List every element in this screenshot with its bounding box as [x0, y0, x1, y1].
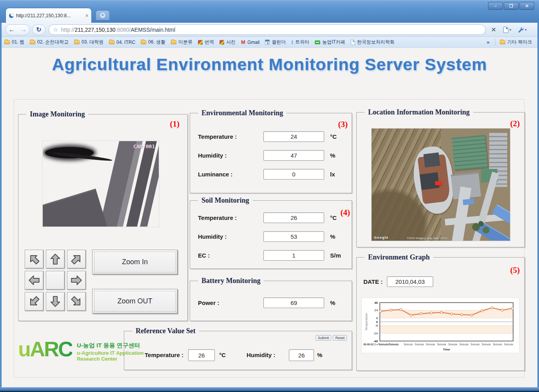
panel-legend: Reference Value Set: [132, 327, 199, 335]
camera-feed: CAM-001: [42, 140, 160, 227]
url-host: 211,227,150,130: [74, 27, 115, 33]
bookmark-item[interactable]: 06. 생활: [138, 39, 168, 45]
close-button[interactable]: ✕: [519, 2, 534, 10]
panel-legend: Battery Monitoring: [198, 277, 264, 285]
pan-north-west-button[interactable]: [25, 250, 44, 269]
svg-text:-40: -40: [373, 339, 378, 343]
svg-text:5minute: 5minute: [471, 343, 480, 346]
svg-text:5minute: 5minute: [459, 343, 469, 346]
bookmark-label: 한국정보처리학회: [357, 39, 395, 45]
bookmark-label: 02. 순천대학교: [37, 39, 69, 45]
google-photos-icon: [220, 40, 224, 45]
new-tab-button[interactable]: +: [96, 10, 110, 20]
window-controls: – ❐ ✕: [488, 2, 534, 10]
arrow-south-icon: [49, 295, 62, 308]
soil-humidity-input[interactable]: [263, 231, 324, 242]
satellite-map[interactable]: Google ©2010 Imagery, Map data ©2010: [371, 128, 510, 241]
environmental-monitoring-panel: Environmental Monitoring (3) Temperature…: [190, 113, 352, 193]
humidity-unit: %: [330, 152, 335, 159]
environment-graph-panel: Environment Graph (5) DATE : 402480-8-24…: [356, 257, 525, 371]
back-icon[interactable]: ←: [9, 26, 15, 33]
pan-south-west-button[interactable]: [25, 292, 44, 311]
bookmark-label: 06. 생활: [148, 39, 165, 45]
soil-temperature-input[interactable]: [263, 212, 324, 223]
submit-button[interactable]: Submit: [316, 335, 331, 341]
ref-humidity-unit: %: [317, 352, 322, 358]
bookmark-label: 사진: [226, 39, 236, 45]
uarc-logo-text: uARC: [18, 339, 72, 359]
pan-east-button[interactable]: [67, 271, 86, 290]
luminance-label: Luminance :: [198, 171, 232, 178]
pan-west-button[interactable]: [25, 271, 44, 290]
pan-north-button[interactable]: [46, 250, 65, 269]
maximize-button[interactable]: ❐: [504, 2, 519, 10]
zoom-out-button[interactable]: Zoom OUT: [92, 289, 178, 314]
map-copyright: ©2010 Imagery, Map data ©2010: [407, 237, 447, 240]
pan-north-east-button[interactable]: [67, 250, 86, 269]
browser-tab[interactable]: http://211,227,150,130:8... ×: [5, 8, 92, 23]
env-luminance-input[interactable]: [263, 169, 324, 180]
svg-text:40: 40: [374, 301, 378, 305]
bookmark-item[interactable]: 사진: [217, 39, 238, 45]
env-humidity-input[interactable]: [263, 150, 324, 161]
bookmark-item[interactable]: MGmail: [238, 39, 262, 45]
pan-south-east-button[interactable]: [67, 292, 86, 311]
bookmark-item[interactable]: 미분류: [168, 39, 195, 45]
svg-text:-8: -8: [375, 324, 378, 327]
panel-legend: Environmental Monitoring: [198, 109, 287, 117]
reload-icon: ↻: [36, 26, 41, 33]
bookmark-item[interactable]: 01. 웹: [2, 39, 27, 45]
bookmark-item[interactable]: 03. 대학원: [71, 39, 106, 45]
tab-close-icon[interactable]: ×: [85, 13, 88, 18]
bookmark-item[interactable]: t트위터: [289, 39, 312, 45]
soil-ec-input[interactable]: [263, 250, 324, 261]
reset-button[interactable]: Reset: [333, 335, 347, 341]
minimize-button[interactable]: –: [488, 2, 503, 10]
ref-humidity-input[interactable]: [289, 349, 314, 361]
bookmarks-overflow-icon[interactable]: »: [483, 39, 493, 45]
ref-temperature-unit: °C: [219, 352, 226, 358]
location-monitoring-panel: Location Information Monitoring (2): [356, 112, 525, 247]
battery-monitoring-panel: Battery Monitoring Power : %: [190, 281, 352, 321]
stop-icon[interactable]: ✕: [491, 26, 496, 33]
bookmark-item[interactable]: 02. 순천대학교: [27, 39, 71, 45]
panel-legend: Soil Monitoring: [198, 196, 253, 205]
arrow-south-east-icon: [67, 292, 86, 311]
wrench-icon: [517, 27, 524, 33]
pan-center-button[interactable]: [46, 271, 65, 290]
date-input[interactable]: [387, 276, 433, 287]
env-temperature-input[interactable]: [263, 131, 324, 142]
bookmark-label: 기타 북마크: [507, 39, 532, 45]
battery-power-input[interactable]: [263, 298, 324, 308]
address-bar[interactable]: ☆ http://211,227,150,130:8080/AEMSS/main…: [49, 24, 486, 35]
svg-text:8: 8: [376, 316, 378, 320]
plus-icon: +: [100, 13, 105, 18]
bookmark-item[interactable]: 번역: [195, 39, 217, 45]
ref-temperature-input[interactable]: [188, 349, 215, 361]
bookmark-item[interactable]: 농업IT카페: [312, 39, 348, 45]
bookmark-label: Gmail: [247, 40, 260, 45]
bookmark-star-icon[interactable]: ☆: [53, 27, 58, 33]
other-bookmarks-button[interactable]: 기타 북마크: [497, 39, 537, 45]
forward-icon[interactable]: →: [20, 26, 27, 33]
page-title: Agricultural Environment Monitoring Serv…: [2, 55, 537, 74]
zoom-in-button[interactable]: Zoom In: [92, 250, 178, 274]
page-menu-button[interactable]: ▾: [503, 27, 512, 33]
bookmark-item[interactable]: 캘린더: [262, 39, 289, 45]
reload-button[interactable]: ↻: [32, 24, 45, 35]
page-content: Agricultural Environment Monitoring Serv…: [2, 48, 537, 387]
google-translate-icon: [198, 40, 203, 45]
map-attribution: Google: [374, 236, 388, 240]
gmail-icon: M: [241, 39, 245, 45]
wrench-menu-button[interactable]: ▾: [517, 27, 527, 33]
panel-legend: Environment Graph: [365, 253, 433, 261]
folder-icon: [4, 40, 10, 44]
svg-text:5minute: 5minute: [504, 343, 514, 346]
soil-monitoring-panel: Soil Monitoring (4) Temperature : °C Hum…: [190, 200, 352, 269]
bookmark-item[interactable]: 04. ITRC: [106, 40, 138, 45]
bookmark-item[interactable]: 한국정보처리학회: [348, 39, 397, 45]
arrow-north-west-icon: [25, 250, 44, 269]
folder-icon: [109, 40, 114, 44]
pan-south-button[interactable]: [46, 292, 65, 311]
temperature-chart: 402480-8-24-4000-00-02 1 ♦ 5minute/5minu…: [361, 298, 519, 353]
